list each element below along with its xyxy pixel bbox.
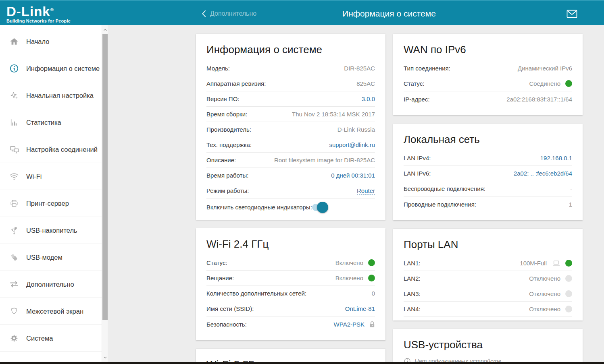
info-row: Включить светодиодные индикаторы: (206, 199, 375, 216)
info-row: Режим работы: Router (206, 183, 375, 199)
toggle-knob (317, 202, 328, 213)
registered-mark: ® (50, 7, 54, 12)
sidebar-item-usb-modem[interactable]: USB-модем (0, 244, 102, 271)
usb-modem-icon (9, 252, 19, 262)
sidebar-item-firewall[interactable]: Межсетевой экран (0, 298, 102, 325)
row-value: D-Link Russia (337, 126, 375, 133)
row-value: 2a02:2168:83f:317::1/64 (506, 96, 572, 103)
info-row: Тип соединения: Динамический IPv6 (404, 61, 572, 76)
row-value: Включено (335, 259, 363, 266)
card-title: Локальная сеть (404, 124, 572, 151)
shield-icon (9, 307, 19, 316)
row-value: Включено (335, 275, 363, 281)
sidebar-item-system[interactable]: Система (0, 325, 102, 352)
left-column: Информация о системе Модель: DIR-825AC А… (196, 34, 385, 364)
row-label: Количество дополнительных сетей: (206, 290, 306, 297)
row-label: Безопасность: (206, 321, 247, 328)
uptime-value[interactable]: 0 дней 00:31:01 (331, 172, 375, 179)
dlink-logo: D-Link® Building Networks for People (6, 3, 103, 23)
sidebar-item-connections-setup[interactable]: Настройка соединений (0, 136, 102, 163)
card-title: USB-устройства (404, 329, 572, 356)
sidebar-item-label: Межсетевой экран (26, 308, 83, 315)
row-value: Динамический IPv6 (518, 65, 572, 72)
row-label: LAN3: (404, 290, 421, 297)
info-row: Время сборки: Thu Nov 2 18:53:14 MSK 201… (206, 107, 375, 122)
sidebar-item-label: Wi-Fi (26, 173, 42, 180)
row-label: Версия ПО: (206, 95, 239, 102)
info-row: Проводные подключения: 1 (404, 196, 572, 212)
row-label: Производитель: (206, 126, 251, 133)
info-row: Тех. поддержка: support@dlink.ru (206, 137, 375, 153)
work-mode-link[interactable]: Router (357, 187, 375, 194)
row-value: Отключено (529, 290, 560, 297)
sidebar-item-additional[interactable]: Дополнительно (0, 271, 102, 298)
card-lan-ports: Порты LAN LAN1: 100M-Full LAN2: Отключен… (393, 229, 583, 321)
card-local-network: Локальная сеть LAN IPv4: 192.168.0.1 LAN… (393, 124, 583, 220)
sidebar-scrollbar[interactable] (102, 25, 108, 362)
row-value: 100M-Full (520, 260, 547, 267)
card-title: Wi-Fi 2.4 ГГц (206, 228, 375, 255)
support-email-link[interactable]: support@dlink.ru (329, 141, 375, 148)
row-label: Тип соединения: (404, 65, 450, 72)
sidebar-item-label: Система (26, 335, 53, 342)
info-row: Количество дополнительных сетей: 0 (206, 286, 375, 301)
info-row: LAN IPv4: 192.168.0.1 (404, 151, 572, 166)
info-row: Статус: Соединено (404, 76, 572, 91)
row-label: Аппаратная ревизия: (206, 80, 266, 87)
card-title: Информация о системе (206, 34, 375, 61)
row-label: Время работы: (206, 172, 248, 179)
info-row: Беспроводные подключения: - (404, 181, 572, 196)
sidebar-item-label: USB-модем (26, 254, 62, 261)
sidebar-scrollbar-thumb[interactable] (102, 34, 108, 320)
ssid-link[interactable]: OnLime-81 (345, 305, 375, 312)
scroll-up-icon[interactable] (102, 27, 108, 33)
info-row: Имя сети (SSID): OnLime-81 (206, 301, 375, 316)
sidebar-item-print-server[interactable]: Принт-сервер (0, 190, 102, 217)
status-dot-on (368, 259, 375, 266)
mail-icon[interactable] (567, 1, 577, 26)
row-label: Описание: (206, 157, 236, 163)
wand-icon (9, 91, 19, 100)
card-title: Порты LAN (404, 229, 572, 256)
row-label: Включить светодиодные индикаторы: (206, 204, 312, 211)
sidebar-item-label: Статистика (26, 119, 61, 126)
sidebar-item-usb-storage[interactable]: USB-накопитель (0, 217, 102, 244)
back-link-additional[interactable]: Дополнительно (202, 1, 256, 26)
bar-chart-icon (9, 118, 19, 127)
security-link[interactable]: WPA2-PSK (334, 321, 364, 328)
lan-ipv4-link[interactable]: 192.168.0.1 (540, 155, 572, 161)
sidebar-item-system-info[interactable]: Информация о системе (0, 55, 102, 82)
status-dot-off (565, 290, 572, 297)
card-system-info: Информация о системе Модель: DIR-825AC А… (196, 34, 385, 220)
info-row: LAN2: Отключено (404, 271, 572, 286)
sidebar-nav: Начало Информация о системе Начальная на… (0, 28, 102, 352)
row-label: Вещание: (206, 275, 234, 281)
logo-tagline: Building Networks for People (6, 19, 103, 23)
row-label: Статус: (206, 259, 227, 266)
printer-icon (9, 199, 19, 208)
row-value: 825AC (356, 80, 375, 87)
status-dot-on (368, 275, 375, 281)
lan-ipv6-link[interactable]: 2a02: .. :fec6:eb2d/64 (514, 170, 572, 177)
status-dot-on (565, 80, 572, 87)
status-dot-off (565, 275, 572, 282)
row-label: LAN4: (404, 306, 421, 312)
app-header: D-Link® Building Networks for People Доп… (0, 0, 604, 25)
scroll-down-icon[interactable] (102, 354, 108, 360)
sidebar-item-wifi[interactable]: Wi-Fi (0, 163, 102, 190)
row-value: 0 (372, 290, 375, 297)
info-row: LAN IPv6: 2a02: .. :fec6:eb2d/64 (404, 166, 572, 181)
sidebar-item-initial-setup[interactable]: Начальная настройка (0, 82, 102, 109)
led-indicators-toggle[interactable] (312, 204, 326, 211)
sidebar-item-statistics[interactable]: Статистика (0, 109, 102, 136)
back-link-label: Дополнительно (210, 10, 256, 17)
connections-icon (9, 145, 19, 154)
row-value: Thu Nov 2 18:53:14 MSK 2017 (292, 111, 375, 118)
chevron-left-icon (202, 10, 206, 17)
firmware-version-link[interactable]: 3.0.0 (362, 95, 375, 102)
status-dot-on (565, 260, 572, 267)
row-label: Статус: (404, 80, 425, 87)
sidebar-item-label: Начальная настройка (26, 92, 94, 99)
sidebar-item-label: Принт-сервер (26, 200, 69, 207)
sidebar-item-home[interactable]: Начало (0, 28, 102, 55)
